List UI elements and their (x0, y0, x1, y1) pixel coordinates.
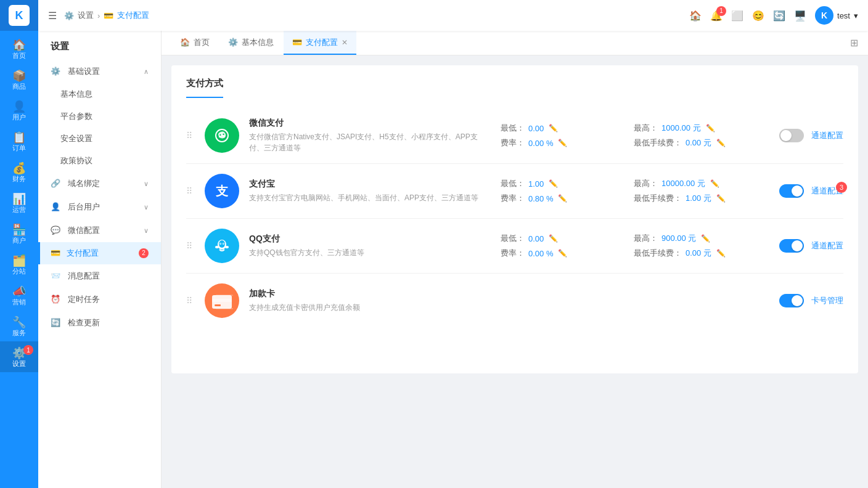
tab-payment-config[interactable]: 💳 支付配置 ✕ (284, 31, 356, 55)
nav-label-settings: 设置 (12, 360, 26, 367)
qq-stats-left: 最低： 0.00 ✏️ 费率： 0.00 % ✏️ (501, 233, 624, 259)
menu-item-basic-info[interactable]: 基本信息 (38, 83, 161, 105)
card-toggle[interactable] (779, 294, 804, 307)
breadcrumb-icon-settings: ⚙️ (64, 11, 74, 20)
section-title: 支付方式 (186, 78, 223, 98)
nav-item-user[interactable]: 👤 用户 (0, 95, 38, 126)
nav-label-merchant: 商户 (12, 237, 26, 244)
menu-group-message-header[interactable]: 📨 消息配置 (38, 264, 161, 288)
backend-user-chevron-icon: ∨ (144, 203, 149, 211)
fullscreen-icon[interactable]: ⬜ (731, 10, 743, 22)
nav-item-merchant[interactable]: 🏪 商户 (0, 218, 38, 249)
tabs-list: 🏠 首页 ⚙️ 基本信息 💳 支付配置 ✕ (171, 31, 358, 55)
nav-item-finance[interactable]: 💰 财务 (0, 157, 38, 187)
menu-group-backend-user-header[interactable]: 👤 后台用户 ∨ (38, 195, 161, 219)
monitor-icon[interactable]: 🖥️ (794, 10, 806, 22)
drag-handle-alipay[interactable]: ⠿ (186, 186, 192, 196)
wechat-channel-config[interactable]: 通道配置 (811, 130, 843, 141)
user-info[interactable]: K test ▾ (815, 6, 858, 25)
tabs-grid-icon[interactable]: ⊞ (850, 37, 858, 49)
alipay-rate-edit[interactable]: ✏️ (558, 194, 567, 203)
nav-label-finance: 财务 (12, 176, 26, 182)
qq-max-edit[interactable]: ✏️ (701, 234, 710, 243)
drag-handle-qq[interactable]: ⠿ (186, 241, 192, 251)
drag-handle-card[interactable]: ⠿ (186, 296, 192, 306)
menu-group-backend-user: 👤 后台用户 ∨ (38, 195, 161, 219)
wechat-max-edit[interactable]: ✏️ (706, 124, 715, 132)
tab-close-payment[interactable]: ✕ (342, 39, 348, 46)
svg-text:支: 支 (215, 184, 229, 198)
wechat-rate-row: 费率： 0.00 % ✏️ (501, 137, 624, 148)
tab-basic-info-label: 基本信息 (242, 37, 274, 48)
alipay-badge: 3 (836, 182, 847, 193)
nav-item-order[interactable]: 📋 订单 (0, 126, 38, 157)
menu-item-payment[interactable]: 💳 支付配置 2 (38, 242, 161, 264)
qq-toggle[interactable] (779, 239, 804, 253)
payment-item-qq: ⠿ (186, 219, 843, 274)
tab-home[interactable]: 🏠 首页 (171, 31, 218, 55)
qq-rate-edit[interactable]: ✏️ (558, 249, 567, 258)
nav-item-service[interactable]: 🔧 服务 (0, 311, 38, 341)
wechat-minfee-edit[interactable]: ✏️ (716, 139, 726, 147)
nav-label-home: 首页 (12, 52, 26, 59)
breadcrumb-separator: › (97, 11, 100, 20)
message-icon: 📨 (51, 271, 60, 280)
wechat-rate-edit[interactable]: ✏️ (558, 139, 567, 147)
collapse-button[interactable]: ☰ (48, 10, 57, 22)
breadcrumb-settings: 设置 (78, 10, 94, 21)
user-avatar: K (815, 6, 833, 25)
home-header-icon[interactable]: 🏠 (689, 10, 702, 22)
alipay-max-edit[interactable]: ✏️ (710, 179, 719, 188)
qq-channel-config[interactable]: 通道配置 (811, 240, 843, 251)
tabs-bar: 🏠 首页 ⚙️ 基本信息 💳 支付配置 ✕ ⊞ (162, 31, 868, 55)
menu-group-basic-header[interactable]: ⚙️ 基础设置 ∧ (38, 60, 161, 83)
svg-point-7 (225, 246, 229, 248)
drag-handle-wechat[interactable]: ⠿ (186, 131, 192, 140)
menu-group-domain-header[interactable]: 🔗 域名绑定 ∨ (38, 172, 161, 195)
settings-badge: 1 (23, 345, 33, 355)
refresh-icon[interactable]: 🔄 (773, 10, 785, 22)
qq-min-edit[interactable]: ✏️ (549, 234, 558, 243)
alipay-toggle[interactable] (779, 184, 804, 198)
alipay-minfee-edit[interactable]: ✏️ (716, 194, 726, 203)
qq-minfee-edit[interactable]: ✏️ (716, 249, 726, 258)
message-label: 消息配置 (68, 271, 100, 280)
wechat-min-row: 最低： 0.00 ✏️ (501, 123, 624, 134)
svg-point-10 (220, 243, 221, 244)
payment-menu-label: 支付配置 (67, 248, 99, 258)
alipay-min-edit[interactable]: ✏️ (549, 179, 558, 188)
card-management[interactable]: 卡号管理 (811, 295, 843, 306)
alipay-actions: 通道配置 3 (779, 184, 843, 198)
menu-item-platform-params[interactable]: 平台参数 (38, 105, 161, 128)
menu-item-policy[interactable]: 政策协议 (38, 150, 161, 172)
nav-item-home[interactable]: 🏠 首页 (0, 33, 38, 64)
card-name: 加款卡 (249, 288, 504, 299)
user-dropdown-icon: ▾ (854, 11, 858, 20)
menu-group-wechat-header[interactable]: 💬 微信配置 ∨ (38, 219, 161, 242)
menu-group-domain: 🔗 域名绑定 ∨ (38, 172, 161, 195)
tab-payment-label: 支付配置 (306, 37, 338, 48)
second-sidebar: 设置 ⚙️ 基础设置 ∧ 基本信息 平台参数 安全设置 政策协议 🔗 (38, 31, 162, 488)
tab-basic-info[interactable]: ⚙️ 基本信息 (219, 31, 282, 55)
emoji-icon[interactable]: 😊 (752, 10, 764, 22)
marketing-icon: 📣 (12, 286, 26, 297)
wechat-actions: 通道配置 (779, 129, 843, 142)
wechat-toggle[interactable] (779, 129, 804, 142)
tab-payment-icon: 💳 (292, 38, 302, 47)
menu-item-security[interactable]: 安全设置 (38, 128, 161, 150)
menu-group-scheduled-header[interactable]: ⏰ 定时任务 (38, 288, 161, 311)
alipay-channel-wrapper: 通道配置 3 (811, 185, 843, 197)
nav-item-marketing[interactable]: 📣 营销 (0, 280, 38, 311)
qq-desc: 支持QQ钱包官方支付、三方通道等 (249, 247, 491, 258)
payment-item-card: ⠿ 加款卡 支持生成充值卡 (186, 274, 843, 328)
wechat-min-edit[interactable]: ✏️ (549, 124, 558, 132)
menu-group-check-update-header[interactable]: 🔄 检查更新 (38, 311, 161, 335)
nav-item-goods[interactable]: 📦 商品 (0, 64, 38, 95)
notification-icon[interactable]: 🔔 1 (710, 10, 723, 22)
nav-item-settings[interactable]: ⚙️ 设置 1 (0, 341, 38, 372)
nav-item-operation[interactable]: 📊 运营 (0, 187, 38, 218)
qq-rate-row: 费率： 0.00 % ✏️ (501, 248, 624, 259)
tab-basic-info-icon: ⚙️ (228, 38, 238, 47)
qq-actions: 通道配置 (779, 239, 843, 253)
nav-item-branch[interactable]: 🗂️ 分站 (0, 249, 38, 280)
